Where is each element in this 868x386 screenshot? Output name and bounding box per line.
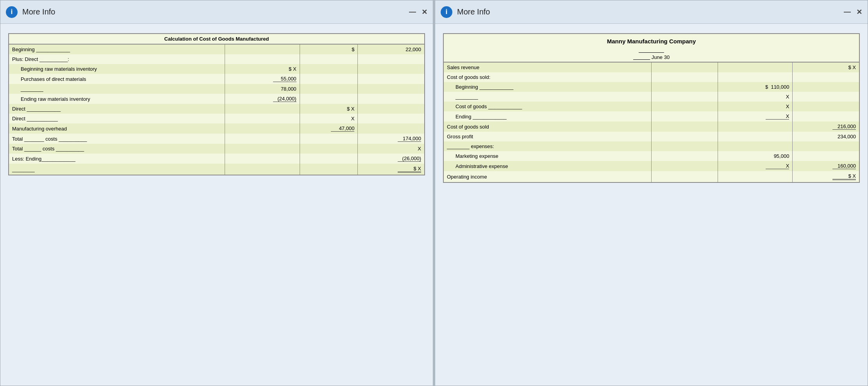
row-col3: $ X xyxy=(358,164,424,175)
row-col3 xyxy=(793,111,859,122)
row-col1 xyxy=(225,54,300,64)
minimize-button-left[interactable]: — xyxy=(409,8,416,16)
row-col2 xyxy=(718,62,793,72)
row-col2 xyxy=(300,84,358,94)
table-row: Cost of goods ____________ X xyxy=(444,102,859,111)
info-icon-right: i xyxy=(441,6,452,18)
close-button-left[interactable]: ✕ xyxy=(421,8,427,16)
close-button-right[interactable]: ✕ xyxy=(856,8,862,16)
row-col3: $ X xyxy=(793,62,859,72)
row-col1 xyxy=(225,123,300,134)
table-row: Beginning ____________ $ 22,000 xyxy=(9,44,424,54)
row-col2 xyxy=(718,132,793,141)
row-col2 xyxy=(300,144,358,154)
row-label: Cost of goods sold: xyxy=(444,72,652,82)
row-col1 xyxy=(225,134,300,144)
right-window-controls[interactable]: — ✕ xyxy=(844,8,862,16)
row-col3: 22,000 xyxy=(358,44,424,54)
row-col1 xyxy=(225,44,300,54)
row-col3 xyxy=(358,64,424,74)
table-row: ________ $ X xyxy=(9,164,424,175)
row-label: Marketing expense xyxy=(444,151,652,161)
date-label: June 30 xyxy=(652,54,670,60)
row-label: Beginning raw materials inventory xyxy=(9,64,225,74)
table-row: Total ______ costs __________ X xyxy=(9,144,424,154)
row-label: Less: Ending____________ xyxy=(9,154,225,164)
row-label: Cost of goods sold xyxy=(444,122,652,132)
row-col2: 95,000 xyxy=(718,151,793,161)
row-col1 xyxy=(652,102,718,111)
row-col3: 160,000 xyxy=(793,161,859,171)
row-col3 xyxy=(358,84,424,94)
row-col3 xyxy=(358,54,424,64)
row-label: Ending raw materials inventory xyxy=(9,94,225,104)
row-col2 xyxy=(300,54,358,64)
row-col3 xyxy=(793,92,859,102)
row-label: Total _______ costs __________ xyxy=(9,134,225,144)
table-row: Ending ____________ X xyxy=(444,111,859,122)
row-col2 xyxy=(300,94,358,104)
left-window: i More Info — ✕ Calculation of Cost of G… xyxy=(0,0,433,386)
row-label: Purchases of direct materials xyxy=(9,74,225,84)
row-col1: 55,000 xyxy=(225,74,300,84)
row-col2: X xyxy=(300,114,358,123)
right-table: Manny Manufacturing Company June 30 xyxy=(444,34,859,182)
row-col1 xyxy=(652,122,718,132)
row-label: ________ expenses: xyxy=(444,141,652,151)
table-row: ________ expenses: xyxy=(444,141,859,151)
row-col1 xyxy=(652,111,718,122)
minimize-button-right[interactable]: — xyxy=(844,8,851,16)
row-col1 xyxy=(652,141,718,151)
table-row: Cost of goods sold: xyxy=(444,72,859,82)
row-col1: $ X xyxy=(225,64,300,74)
table-row: Purchases of direct materials 55,000 xyxy=(9,74,424,84)
row-col1 xyxy=(225,104,300,114)
table-row: Plus: Direct __________: xyxy=(9,54,424,64)
right-table-container: Manny Manufacturing Company June 30 xyxy=(443,33,860,183)
company-name: Manny Manufacturing Company xyxy=(447,38,856,45)
row-col3: 216,000 xyxy=(793,122,859,132)
row-col2 xyxy=(718,122,793,132)
row-col3 xyxy=(793,102,859,111)
row-col2: $ X xyxy=(300,104,358,114)
row-col2 xyxy=(718,171,793,182)
row-col3 xyxy=(793,72,859,82)
row-label: Administrative expense xyxy=(444,161,652,171)
row-col2 xyxy=(718,72,793,82)
left-window-controls[interactable]: — ✕ xyxy=(409,8,427,16)
table-row: Direct ____________ $ X xyxy=(9,104,424,114)
row-label: Cost of goods ____________ xyxy=(444,102,652,111)
table-row: ________ X xyxy=(444,92,859,102)
right-window-title: More Info xyxy=(457,7,844,16)
row-col2: X xyxy=(718,102,793,111)
left-window-title: More Info xyxy=(22,7,409,16)
row-col1 xyxy=(652,92,718,102)
info-icon-left: i xyxy=(6,6,18,18)
row-col1 xyxy=(652,72,718,82)
right-titlebar: i More Info — ✕ xyxy=(435,0,868,24)
row-label: Direct ____________ xyxy=(9,104,225,114)
row-col3 xyxy=(793,82,859,92)
left-titlebar: i More Info — ✕ xyxy=(0,0,433,24)
row-col3 xyxy=(358,94,424,104)
row-col3: 234,000 xyxy=(793,132,859,141)
row-label: ________ xyxy=(9,164,225,175)
row-label: ________ xyxy=(9,84,225,94)
row-col1 xyxy=(225,164,300,175)
row-col1 xyxy=(652,161,718,171)
row-col2 xyxy=(300,64,358,74)
row-col1: (24,000) xyxy=(225,94,300,104)
row-label: Manufacturing overhead xyxy=(9,123,225,134)
right-table-header: Manny Manufacturing Company June 30 xyxy=(444,34,859,62)
left-window-body: Calculation of Cost of Goods Manufacture… xyxy=(0,24,433,386)
row-label: Operating income xyxy=(444,171,652,182)
table-row: Manufacturing overhead 47,000 xyxy=(9,123,424,134)
row-col3: 174,000 xyxy=(358,134,424,144)
row-label: Direct ___________ xyxy=(9,114,225,123)
row-col3 xyxy=(793,151,859,161)
row-label: Gross profit xyxy=(444,132,652,141)
row-label: Total ______ costs __________ xyxy=(9,144,225,154)
row-col2: 47,000 xyxy=(300,123,358,134)
table-row: Beginning raw materials inventory $ X xyxy=(9,64,424,74)
row-col2: X xyxy=(718,92,793,102)
